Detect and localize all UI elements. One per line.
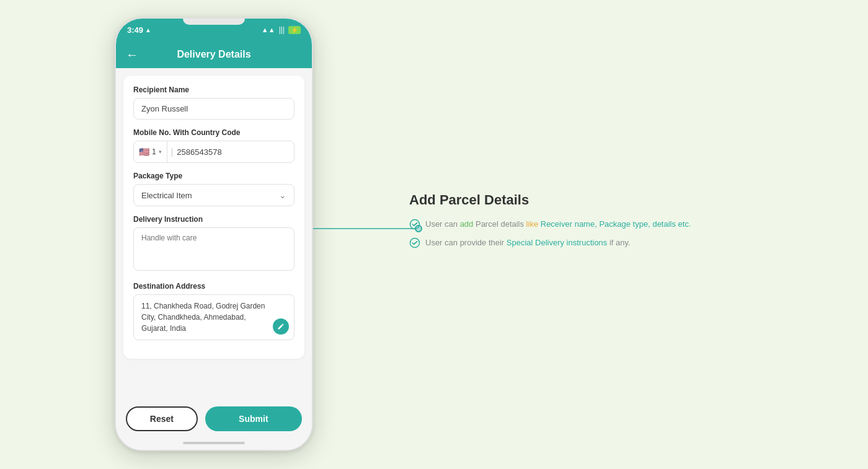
address-text: 11, Chankheda Road, Godrej Garden City, … [141,300,270,334]
status-bar: 3:49 ▲ ▲▲ ||| ⚡ [116,19,312,41]
edit-address-button[interactable] [273,318,289,335]
package-type-value: Electrical Item [141,191,192,200]
notch [183,19,245,25]
phone-screen: 3:49 ▲ ▲▲ ||| ⚡ ← Delivery Details Recip… [115,17,313,451]
phone-input-row: 🇺🇸 1 ▾ | [133,141,294,163]
home-indicator [116,436,312,450]
destination-address-field: Destination Address 11, Chankheda Road, … [133,282,294,340]
wifi-icon: ▲▲ [262,26,275,33]
back-button[interactable]: ← [126,48,138,62]
location-icon: ▲ [145,27,151,33]
check-circle-icon-2 [409,237,420,248]
phone-divider: | [167,147,177,157]
submit-button[interactable]: Submit [205,406,302,431]
status-time: 3:49 ▲ [127,25,151,35]
delivery-instruction-field: Delivery Instruction [133,215,294,273]
battery-icon: ⚡ [288,26,301,34]
mobile-field: Mobile No. With Country Code 🇺🇸 1 ▾ | [133,128,294,163]
info-panel: Add Parcel Details User can add Parcel d… [409,192,691,255]
address-field: 11, Chankheda Road, Godrej Garden City, … [133,294,294,340]
info-text-1: User can add Parcel details like Receive… [425,218,691,230]
chevron-down-icon: ⌄ [279,190,286,200]
edit-icon [277,323,285,330]
recipient-name-label: Recipient Name [133,85,294,94]
status-icons: ▲▲ ||| ⚡ [262,25,301,34]
phone-mockup: 3:49 ▲ ▲▲ ||| ⚡ ← Delivery Details Recip… [115,17,313,451]
app-header: ← Delivery Details [116,41,312,68]
destination-address-label: Destination Address [133,282,294,291]
mobile-label: Mobile No. With Country Code [133,128,294,137]
package-type-field: Package Type Electrical Item ⌄ [133,172,294,206]
delivery-instruction-label: Delivery Instruction [133,215,294,224]
page-title: Delivery Details [177,49,250,60]
delivery-instruction-textarea[interactable] [133,227,294,271]
form-card: Recipient Name Mobile No. With Country C… [123,76,304,359]
reset-button[interactable]: Reset [126,406,198,431]
info-title: Add Parcel Details [409,192,691,208]
country-code: 1 [152,147,156,156]
info-item-2: User can provide their Special Delivery … [409,237,691,249]
signal-icon: ||| [279,25,285,34]
country-selector[interactable]: 🇺🇸 1 ▾ [134,141,167,162]
flag-icon: 🇺🇸 [139,147,149,157]
connector-line [313,228,422,229]
phone-footer: Reset Submit [116,399,312,436]
form-content: Recipient Name Mobile No. With Country C… [116,68,312,399]
home-bar [183,442,245,444]
chevron-down-icon: ▾ [159,149,162,155]
info-text-2: User can provide their Special Delivery … [425,237,631,249]
package-type-dropdown[interactable]: Electrical Item ⌄ [133,184,294,206]
action-buttons: Reset Submit [126,406,302,431]
info-item-1: User can add Parcel details like Receive… [409,218,691,230]
check-circle-icon-1 [409,219,420,230]
recipient-name-field: Recipient Name [133,85,294,120]
info-panel-title-text: Add Parcel Details [409,192,529,208]
recipient-name-input[interactable] [133,98,294,120]
package-type-label: Package Type [133,172,294,180]
phone-number-input[interactable] [177,142,294,162]
